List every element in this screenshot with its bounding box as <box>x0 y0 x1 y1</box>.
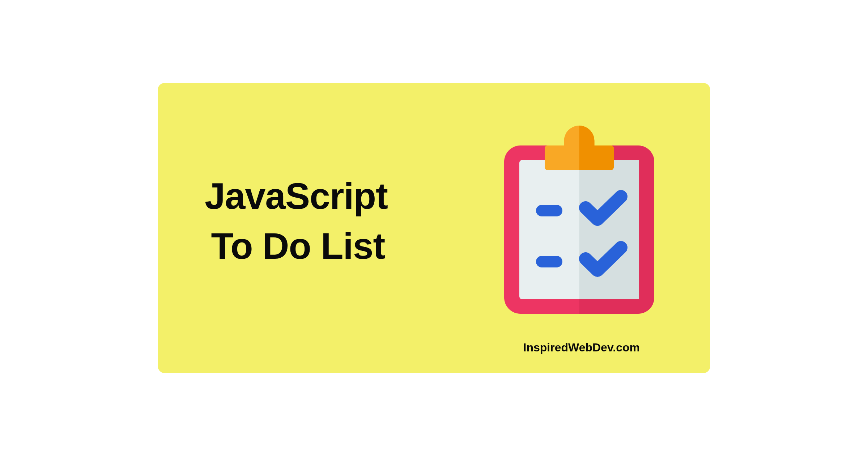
attribution-text: InspiredWebDev.com <box>523 341 640 354</box>
title-line-2: To Do List <box>208 221 388 271</box>
svg-rect-3 <box>536 205 562 216</box>
clipboard-icon <box>504 126 654 314</box>
svg-rect-4 <box>536 256 562 267</box>
svg-rect-2 <box>579 160 639 299</box>
title-line-1: JavaScript <box>205 172 388 221</box>
promo-card: JavaScript To Do List InspiredWebDev.com <box>158 83 710 373</box>
title-block: JavaScript To Do List <box>205 172 388 271</box>
